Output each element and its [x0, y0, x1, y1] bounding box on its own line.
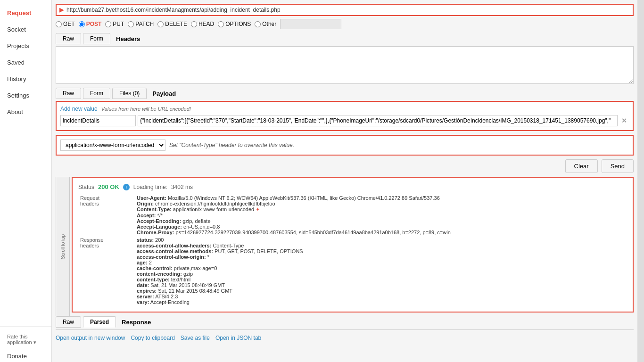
method-head[interactable]: HEAD: [191, 21, 214, 27]
status-value: 200 OK: [98, 183, 119, 190]
add-value-link[interactable]: Add new value: [60, 106, 98, 112]
method-options-label: OPTIONS: [225, 21, 251, 27]
response-headers-label: Responseheaders: [78, 236, 135, 306]
req-header-accept-encoding: Accept-Encoding: gzip, deflate: [137, 218, 625, 224]
headers-textarea[interactable]: [56, 46, 634, 84]
request-headers-table: Requestheaders User-Agent: Mozilla/5.0 (…: [78, 194, 627, 306]
request-headers-content: User-Agent: Mozilla/5.0 (Windows NT 6.2;…: [135, 194, 627, 236]
method-put-radio[interactable]: [105, 21, 111, 27]
scroll-to-top-label: Scroll to top: [60, 234, 66, 259]
resp-header-server: server: ATS/4.2.3: [137, 294, 625, 299]
method-other-input[interactable]: [280, 19, 341, 29]
response-section: Scroll to top Status 200 OK i Loading ti…: [56, 177, 634, 316]
sidebar-item-projects[interactable]: Projects: [0, 38, 51, 54]
tab-raw[interactable]: Raw: [56, 33, 81, 44]
scroll-to-top-btn[interactable]: Scroll to top: [56, 177, 70, 316]
tab-payload-files[interactable]: Files (0): [112, 88, 147, 99]
loading-label: Loading time:: [133, 184, 167, 190]
method-other-radio[interactable]: [255, 21, 261, 27]
method-other-label: Other: [262, 21, 276, 27]
tab-response-parsed[interactable]: Parsed: [83, 316, 116, 328]
send-button[interactable]: Send: [602, 159, 634, 173]
action-row: Clear Send: [56, 159, 634, 173]
scrollbar[interactable]: [637, 0, 644, 362]
open-json-tab-link[interactable]: Open in JSON tab: [215, 335, 261, 341]
tab-headers-label: Headers: [112, 33, 144, 44]
req-header-accept: Accept: */*: [137, 213, 625, 218]
resp-header-status: status: 200: [137, 237, 625, 243]
tab-form[interactable]: Form: [83, 33, 110, 44]
sidebar: Request Socket Projects Saved History Se…: [0, 0, 52, 362]
response-box: Status 200 OK i Loading time: 3402 ms Re…: [72, 177, 634, 313]
payload-value-input[interactable]: [138, 115, 618, 126]
resp-header-allow-origin: access-control-allow-origin: *: [137, 254, 625, 260]
resp-header-age: age: 2: [137, 260, 625, 265]
method-head-radio[interactable]: [191, 21, 197, 27]
method-patch-radio[interactable]: [128, 21, 134, 27]
response-label: Response: [118, 317, 155, 328]
response-bottom-tabs: Raw Parsed Response: [56, 316, 634, 330]
method-post[interactable]: POST: [79, 21, 102, 27]
rate-app-link[interactable]: Rate this application ▾: [0, 329, 51, 350]
method-delete-radio[interactable]: [157, 21, 164, 27]
req-header-useragent: User-Agent: Mozilla/5.0 (Windows NT 6.2;…: [137, 195, 625, 201]
copy-clipboard-link[interactable]: Copy to clipboard: [131, 335, 174, 341]
url-arrow-icon: ▶: [59, 7, 64, 13]
sidebar-item-socket[interactable]: Socket: [0, 21, 51, 38]
payload-tab-bar: Raw Form Files (0) Payload: [56, 88, 634, 99]
response-headers-content: status: 200 access-control-allow-headers…: [135, 236, 627, 306]
status-row: Status 200 OK i Loading time: 3402 ms: [78, 183, 627, 190]
resp-header-vary: vary: Accept-Encoding: [137, 299, 625, 305]
method-patch[interactable]: PATCH: [128, 21, 154, 27]
sidebar-divider: [0, 326, 51, 327]
req-header-chrome-proxy: Chrome-Proxy: ps=1426927724-329227039-94…: [137, 230, 625, 235]
method-put-label: PUT: [113, 21, 124, 27]
sidebar-item-settings[interactable]: Settings: [0, 87, 51, 104]
sidebar-item-request[interactable]: Request: [0, 5, 51, 21]
method-head-label: HEAD: [198, 21, 214, 27]
method-post-radio[interactable]: [79, 21, 85, 27]
method-options[interactable]: OPTIONS: [218, 21, 251, 27]
sidebar-item-history[interactable]: History: [0, 71, 51, 87]
method-get-radio[interactable]: [56, 21, 62, 27]
resp-header-allow-headers: access-control-allow-headers: Content-Ty…: [137, 243, 625, 248]
resp-header-allow-methods: access-control-allow-methods: PUT, GET, …: [137, 248, 625, 254]
method-other[interactable]: Other: [255, 21, 276, 27]
method-delete[interactable]: DELETE: [157, 21, 187, 27]
content-type-select[interactable]: application/x-www-form-urlencoded multip…: [60, 140, 165, 151]
method-row: GET POST PUT PATCH DELETE HEAD OPTIONS: [56, 19, 634, 29]
status-info-icon[interactable]: i: [123, 184, 130, 190]
req-header-accept-language: Accept-Language: en-US,en;q=0.8: [137, 224, 625, 230]
payload-remove-btn[interactable]: ✕: [619, 117, 629, 124]
add-value-row: Add new value Values from here will be U…: [60, 106, 629, 112]
resp-header-date: date: Sat, 21 Mar 2015 08:48:49 GMT: [137, 282, 625, 288]
url-encoded-note: Values from here will be URL encoded!: [101, 106, 191, 112]
req-header-content-type: Content-Type: application/x-www-form-url…: [137, 206, 625, 213]
tab-response-raw[interactable]: Raw: [56, 316, 81, 328]
status-label: Status: [78, 184, 94, 190]
method-get[interactable]: GET: [56, 21, 75, 27]
payload-key-input[interactable]: [60, 115, 136, 126]
loading-value: 3402 ms: [171, 184, 193, 190]
open-new-window-link[interactable]: Open output in new window: [56, 335, 125, 341]
url-bar: ▶: [56, 4, 634, 16]
tab-payload-label: Payload: [149, 88, 180, 99]
donate-link[interactable]: Donate: [0, 350, 51, 362]
request-tab-bar: Raw Form Headers: [56, 33, 634, 44]
save-file-link[interactable]: Save as file: [181, 335, 210, 341]
clear-button[interactable]: Clear: [565, 159, 598, 173]
response-headers-section: Responseheaders status: 200 access-contr…: [78, 236, 627, 306]
content-type-note: Set "Content-Type" header to overwrite t…: [169, 142, 294, 148]
resp-header-content-encoding: content-encoding: gzip: [137, 271, 625, 277]
sidebar-item-about[interactable]: About: [0, 104, 51, 120]
method-options-radio[interactable]: [218, 21, 224, 27]
payload-box: Add new value Values from here will be U…: [56, 101, 634, 131]
tab-payload-raw[interactable]: Raw: [56, 88, 81, 99]
req-header-origin: Origin: chrome-extension://hgmloofddfdnp…: [137, 201, 625, 206]
resp-header-content-type: content-type: text/html: [137, 277, 625, 282]
method-patch-label: PATCH: [135, 21, 154, 27]
method-put[interactable]: PUT: [105, 21, 124, 27]
tab-payload-form[interactable]: Form: [83, 88, 110, 99]
url-input[interactable]: [66, 7, 630, 13]
sidebar-item-saved[interactable]: Saved: [0, 54, 51, 71]
